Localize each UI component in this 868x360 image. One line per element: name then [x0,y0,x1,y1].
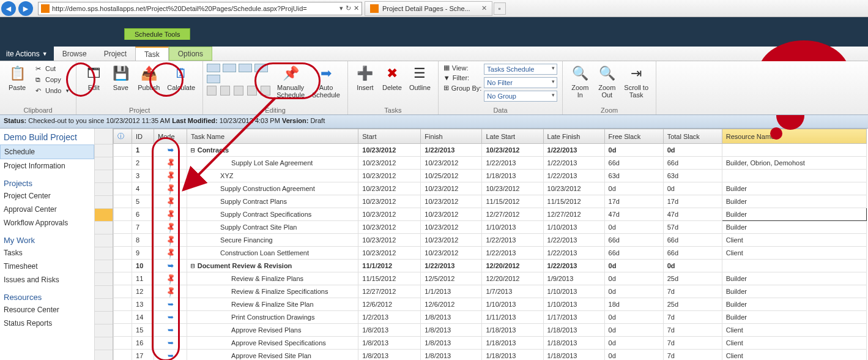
cell[interactable] [114,182,132,195]
cell[interactable] [114,208,132,221]
cell[interactable]: 1/22/2013 [482,247,543,260]
cell[interactable]: 17 [132,350,154,361]
cell[interactable]: 12/20/2012 [482,272,543,285]
column-header[interactable]: ID [132,129,154,144]
edit-button[interactable]: 🗔Edit [80,62,107,92]
cell[interactable]: 57d [663,221,722,234]
calculate-button[interactable]: 🗓Calculate [163,62,199,92]
copy-button[interactable]: ⧉Copy [33,75,70,84]
table-row[interactable]: 12📌Review & Finalize Specifications12/27… [114,285,867,298]
task-name-cell[interactable]: Supply Contract Plans [187,195,358,208]
cell[interactable]: 2 [132,157,154,170]
table-row[interactable]: 6📌Supply Contract Specifications10/23/20… [114,208,867,221]
table-row[interactable]: 3📌XYZ10/23/201210/25/20121/18/20131/22/2… [114,170,867,182]
table-row[interactable]: 14➥Print Construction Drawings1/2/20131/… [114,311,867,324]
task-name-cell[interactable]: Supply Construction Agreement [187,182,358,195]
cell[interactable] [114,157,132,170]
cell[interactable]: 12/20/2012 [482,260,543,272]
cell[interactable]: 66d [663,247,722,260]
tab-browse[interactable]: Browse [54,47,95,61]
cell[interactable]: 0d [604,260,663,272]
cell[interactable]: 10 [132,260,154,272]
cell[interactable]: 4 [132,182,154,195]
cell[interactable]: 0d [604,337,663,350]
link-button[interactable] [234,86,243,96]
cell[interactable] [114,324,132,337]
indent-button[interactable] [220,86,230,96]
gutter-cell[interactable] [95,337,113,350]
stop-icon[interactable]: ✕ [354,4,359,12]
gutter-cell[interactable] [95,222,113,234]
nav-item[interactable]: Timesheet [0,260,94,273]
cell[interactable]: 10/23/2012 [421,234,482,247]
task-name-cell[interactable]: Review & Finalize Specifications [187,285,358,298]
cell[interactable]: 1/22/2013 [421,260,482,272]
task-name-cell[interactable]: Supply Contract Specifications [187,208,358,221]
cell[interactable]: 66d [663,157,722,170]
cell[interactable] [114,195,132,208]
cell[interactable]: 63d [663,170,722,182]
cell[interactable]: 1/11/2013 [482,311,543,324]
cut-button[interactable]: ✂Cut [33,64,70,73]
gutter-cell[interactable] [95,170,113,183]
cell[interactable]: 7d [663,324,722,337]
cell[interactable] [114,144,132,157]
gutter-cell[interactable] [95,324,113,337]
cell[interactable]: 10/23/2012 [421,208,482,221]
gutter-cell[interactable] [95,273,113,286]
mode-cell[interactable]: 📌 [154,285,187,298]
task-name-cell[interactable]: XYZ [187,170,358,182]
nav-item[interactable]: Project Information [0,159,94,173]
cell[interactable]: 1/18/2013 [482,324,543,337]
task-name-cell[interactable]: Approve Revised Plans [187,324,358,337]
cell[interactable]: 15 [132,324,154,337]
cell[interactable] [722,170,866,182]
cell[interactable]: Builder [722,272,866,285]
mode-cell[interactable]: 📌 [154,182,187,195]
cell[interactable]: 10/23/2012 [421,247,482,260]
table-row[interactable]: 15➥Approve Revised Plans1/8/20131/8/2013… [114,324,867,337]
cell[interactable]: 1/10/2013 [543,221,604,234]
cell[interactable]: 0d [604,272,663,285]
gutter-cell[interactable] [95,234,113,247]
cell[interactable]: 11/1/2012 [358,260,421,272]
cell[interactable]: 47d [604,208,663,221]
column-header[interactable]: Free Slack [604,129,663,144]
cell[interactable]: 1/22/2013 [421,144,482,157]
pct-25[interactable] [223,64,236,72]
paste-button[interactable]: 📋 Paste [4,62,31,92]
table-row[interactable]: 4📌Supply Construction Agreement10/23/201… [114,182,867,195]
table-row[interactable]: 16➥Approve Revised Specifications1/8/201… [114,337,867,350]
cell[interactable]: 1/18/2013 [543,324,604,337]
cell[interactable]: 7d [663,285,722,298]
cell[interactable]: Builder [722,285,866,298]
cell[interactable]: 1/10/2013 [482,221,543,234]
cell[interactable]: 1/22/2013 [482,234,543,247]
cell[interactable]: 10/25/2012 [421,170,482,182]
mode-cell[interactable]: 📌 [154,157,187,170]
pct-50[interactable] [239,64,252,72]
table-row[interactable]: 1➥⊟Contracts10/23/20121/22/201310/23/201… [114,144,867,157]
task-name-cell[interactable]: Supply Contract Site Plan [187,221,358,234]
task-name-cell[interactable]: Review & Finalize Site Plan [187,298,358,311]
task-name-cell[interactable]: Approve Revised Site Plan [187,350,358,361]
cell[interactable] [114,247,132,260]
cell[interactable]: 0d [604,285,663,298]
cell[interactable]: 1/10/2013 [543,298,604,311]
cell[interactable]: 1/8/2013 [358,324,421,337]
cell[interactable]: 1 [132,144,154,157]
mode-cell[interactable]: ➥ [154,260,187,272]
cell[interactable]: 66d [604,157,663,170]
cell[interactable]: 1/22/2013 [543,234,604,247]
cell[interactable]: Client [722,324,866,337]
cell[interactable]: 66d [663,234,722,247]
nav-item[interactable]: Schedule [0,144,94,159]
cell[interactable] [114,221,132,234]
cell[interactable] [722,260,866,272]
cell[interactable]: 7d [663,337,722,350]
tab-task[interactable]: Task [135,47,169,61]
cell[interactable]: Builder [722,311,866,324]
cell[interactable]: 10/23/2012 [358,157,421,170]
cell[interactable]: 1/17/2013 [543,311,604,324]
task-name-cell[interactable]: ⊟Contracts [187,144,358,157]
